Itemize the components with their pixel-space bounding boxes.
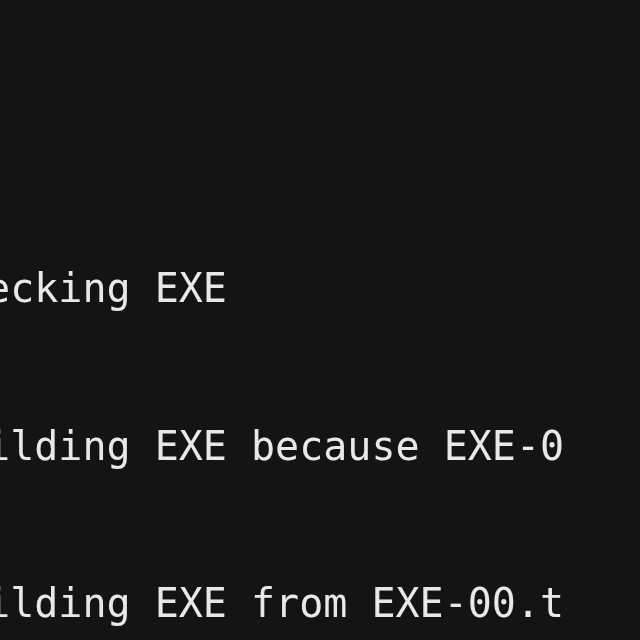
log-line: uilding EXE because EXE-0 [0,420,640,473]
log-line: hecking EXE [0,262,640,315]
terminal-output[interactable]: hecking EXE uilding EXE because EXE-0 ui… [0,0,640,640]
log-line: uilding EXE from EXE-00.t [0,577,640,630]
